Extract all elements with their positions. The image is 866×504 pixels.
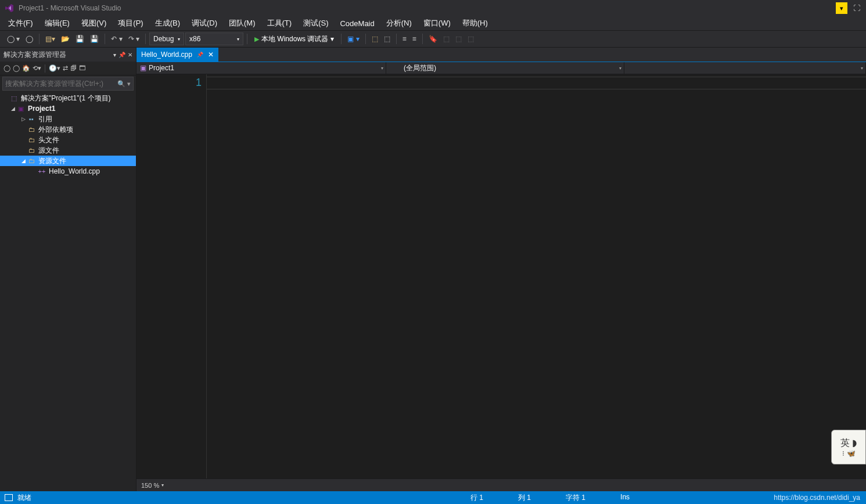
- status-url: https://blog.csdn.net/didi_ya: [774, 494, 860, 502]
- properties-icon[interactable]: 🗔: [79, 64, 85, 72]
- navigation-bar: ▣ Project1 ▾ (全局范围) ▾ ▾: [136, 62, 866, 74]
- feedback-icon[interactable]: ⛶: [851, 2, 863, 14]
- menu-window[interactable]: 窗口(W): [418, 17, 457, 30]
- solution-icon: ⬚: [9, 94, 19, 102]
- separator: [45, 64, 45, 73]
- toolbar-icon[interactable]: ⬚: [441, 33, 452, 45]
- play-icon: ▶: [254, 35, 259, 43]
- nav-project-dropdown[interactable]: ▣ Project1 ▾: [136, 62, 386, 74]
- nav-member-dropdown[interactable]: ▾: [624, 62, 866, 74]
- file-node[interactable]: ++ Hello_World.cpp: [0, 166, 136, 177]
- nav-forward-icon[interactable]: ◯: [23, 33, 35, 45]
- search-box[interactable]: 🔍 ▾: [2, 77, 134, 91]
- search-input[interactable]: [5, 80, 117, 88]
- redo-icon[interactable]: ↷ ▾: [126, 33, 142, 45]
- menu-codemaid[interactable]: CodeMaid: [334, 18, 380, 29]
- solution-node[interactable]: ⬚ 解决方案"Project1"(1 个项目): [0, 93, 136, 103]
- search-icon[interactable]: 🔍 ▾: [117, 80, 131, 88]
- platform-dropdown[interactable]: x86▾: [185, 33, 243, 45]
- collapse-icon[interactable]: ⇄: [63, 64, 68, 72]
- solution-tree: ⬚ 解决方案"Project1"(1 个项目) ◢ ▣ Project1 ▷ ▪…: [0, 92, 136, 491]
- statusbar: 就绪 行 1 列 1 字符 1 Ins https://blog.csdn.ne…: [0, 491, 866, 504]
- code-surface[interactable]: [206, 74, 866, 478]
- menu-test[interactable]: 测试(S): [297, 17, 334, 30]
- toolbar-icon[interactable]: ⬚: [465, 33, 476, 45]
- menu-view[interactable]: 视图(V): [76, 17, 112, 30]
- moon-icon: ◗: [852, 437, 857, 449]
- toolbar-icon[interactable]: ▣ ▾: [345, 33, 361, 45]
- main-toolbar: ◯ ▾ ◯ ▤▾ 📂 💾 💾 ↶ ▾ ↷ ▾ Debug▾ x86▾ ▶本地 W…: [0, 30, 866, 48]
- status-mode-icon[interactable]: [5, 494, 13, 501]
- collapse-icon[interactable]: ◢: [20, 158, 27, 164]
- bookmark-icon[interactable]: 🔖: [426, 33, 440, 45]
- menu-analyze[interactable]: 分析(N): [380, 17, 418, 30]
- code-editor[interactable]: 1: [136, 74, 866, 478]
- status-char: 字符 1: [566, 493, 585, 503]
- references-node[interactable]: ▷ ▪▪ 引用: [0, 114, 136, 124]
- pin-icon[interactable]: 📌: [118, 52, 125, 58]
- chevron-down-icon: ▾: [861, 66, 863, 71]
- pin-icon[interactable]: 📌: [197, 52, 203, 57]
- refresh-icon[interactable]: 🕐▾: [49, 64, 60, 72]
- start-debug-button[interactable]: ▶本地 Windows 调试器 ▾: [251, 33, 337, 45]
- line-number: 1: [136, 77, 202, 89]
- toolbar-icon[interactable]: ⬚: [382, 33, 393, 45]
- menu-edit[interactable]: 编辑(E): [39, 17, 76, 30]
- undo-icon[interactable]: ↶ ▾: [109, 33, 124, 45]
- save-icon[interactable]: 💾: [73, 33, 87, 45]
- indent-right-icon[interactable]: ≡: [410, 33, 419, 45]
- separator: [105, 34, 105, 44]
- tab-label: Hello_World.cpp: [141, 51, 192, 59]
- menu-file[interactable]: 文件(F): [2, 17, 39, 30]
- home-icon[interactable]: 🏠: [22, 64, 30, 72]
- panel-menu-icon[interactable]: ▾: [113, 52, 116, 58]
- cpp-file-icon: ++: [37, 167, 46, 175]
- zoom-level[interactable]: 150 %: [141, 482, 159, 489]
- new-project-icon[interactable]: ▤▾: [43, 33, 58, 45]
- sync-icon[interactable]: ⟲▾: [33, 64, 41, 72]
- expand-icon[interactable]: ▷: [20, 116, 27, 122]
- menu-tools[interactable]: 工具(T): [261, 17, 298, 30]
- back-icon[interactable]: ◯: [3, 64, 10, 72]
- close-icon[interactable]: ✕: [128, 52, 132, 58]
- separator: [422, 34, 423, 44]
- resources-node[interactable]: ◢ 🗀 资源文件: [0, 156, 136, 166]
- corner-icons: ▾ ⛶: [836, 2, 863, 14]
- line-gutter: 1: [136, 74, 206, 478]
- config-dropdown[interactable]: Debug▾: [149, 33, 184, 45]
- save-all-icon[interactable]: 💾: [88, 33, 101, 45]
- external-deps-node[interactable]: 🗀 外部依赖项: [0, 124, 136, 135]
- ime-widget[interactable]: 英◗ ⁝🦋: [831, 430, 866, 465]
- toolbar-icon[interactable]: ⬚: [453, 33, 464, 45]
- nav-scope-dropdown[interactable]: (全局范围) ▾: [386, 62, 624, 74]
- window-title: Project1 - Microsoft Visual Studio: [19, 4, 121, 12]
- notification-flag-icon[interactable]: ▾: [836, 2, 847, 14]
- open-file-icon[interactable]: 📂: [59, 33, 72, 45]
- sources-node[interactable]: 🗀 源文件: [0, 145, 136, 156]
- separator: [39, 34, 39, 44]
- project-node[interactable]: ◢ ▣ Project1: [0, 103, 136, 114]
- editor-tab-active[interactable]: Hello_World.cpp 📌 ✕: [136, 48, 218, 62]
- menu-debug[interactable]: 调试(D): [186, 17, 223, 30]
- menu-help[interactable]: 帮助(H): [457, 17, 494, 30]
- nav-back-icon[interactable]: ◯ ▾: [5, 33, 22, 45]
- menu-team[interactable]: 团队(M): [223, 17, 261, 30]
- collapse-icon[interactable]: ◢: [9, 106, 16, 111]
- folder-icon: 🗀: [27, 136, 36, 144]
- headers-node[interactable]: 🗀 头文件: [0, 135, 136, 145]
- show-all-icon[interactable]: 🗐: [70, 64, 77, 72]
- close-icon[interactable]: ✕: [208, 51, 214, 59]
- ime-opt[interactable]: ⁝: [842, 449, 845, 458]
- indent-left-icon[interactable]: ≡: [400, 33, 409, 45]
- toolbar-icon[interactable]: ⬚: [369, 33, 380, 45]
- folder-icon: 🗀: [27, 157, 36, 165]
- status-col: 列 1: [518, 493, 531, 503]
- folder-icon: 🗀: [27, 125, 36, 134]
- editor-tabs: Hello_World.cpp 📌 ✕: [136, 48, 866, 62]
- project-icon: ▣: [16, 105, 26, 113]
- chevron-down-icon[interactable]: ▾: [161, 483, 164, 488]
- menu-project[interactable]: 项目(P): [112, 17, 149, 30]
- menu-build[interactable]: 生成(B): [149, 17, 186, 30]
- forward-icon[interactable]: ◯: [13, 64, 20, 72]
- folder-icon: 🗀: [27, 146, 36, 154]
